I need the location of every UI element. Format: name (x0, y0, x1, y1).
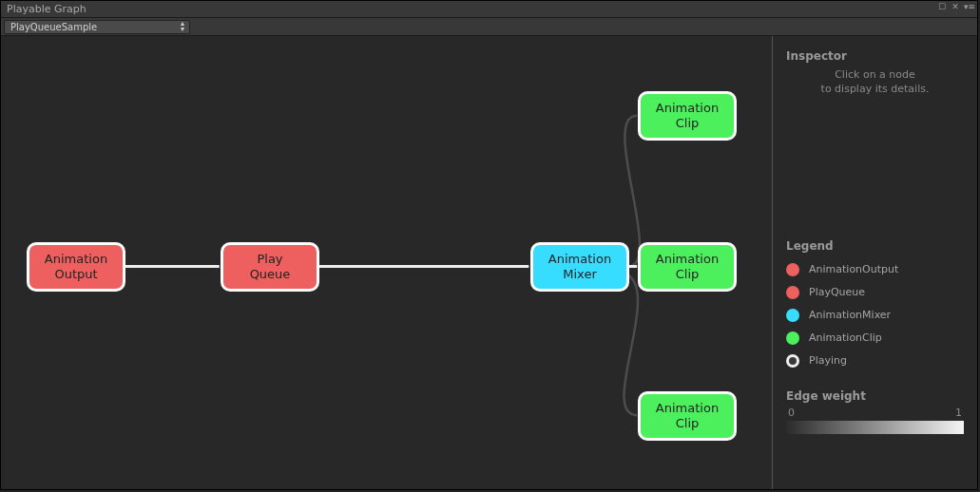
window-titlebar[interactable]: Playable Graph ☐ ✕ ▾≡ (1, 1, 977, 18)
edge-weight-heading: Edge weight (786, 389, 964, 403)
legend-label: Playing (809, 354, 847, 367)
playable-graph-window: Playable Graph ☐ ✕ ▾≡ PlayQueueSample ▴▾ (0, 0, 978, 490)
window-menu-icon[interactable]: ▾≡ (964, 3, 973, 11)
node-animation-mixer[interactable]: Animation Mixer (530, 242, 629, 292)
node-animation-clip-2[interactable]: Animation Clip (638, 242, 737, 292)
legend-label: AnimationOutput (809, 263, 898, 275)
legend-item-animation-output: AnimationOutput (786, 258, 964, 281)
dropdown-arrows-icon: ▴▾ (181, 21, 183, 32)
legend-label: PlayQueue (809, 286, 865, 298)
edge-weight-scale: 0 1 (786, 407, 964, 419)
legend-swatch-icon (786, 309, 799, 322)
node-label: Animation Clip (656, 401, 719, 430)
node-animation-output[interactable]: Animation Output (27, 242, 125, 292)
graph-selector-value: PlayQueueSample (10, 22, 97, 32)
edge-weight-max: 1 (955, 407, 962, 419)
inspector-hint: Click on a node to display its details. (786, 68, 964, 97)
content-area: Animation Output Play Queue Animation Mi… (1, 36, 977, 489)
node-label: Animation Clip (656, 252, 719, 281)
legend-swatch-icon (786, 354, 799, 368)
legend-label: AnimationMixer (809, 309, 891, 321)
window-maximize-icon[interactable]: ☐ (937, 3, 947, 11)
sidebar: Inspector Click on a node to display its… (772, 36, 977, 489)
legend-item-animation-mixer: AnimationMixer (786, 304, 964, 327)
node-label: Animation Output (45, 252, 107, 281)
legend-item-play-queue: PlayQueue (786, 281, 964, 304)
window-close-icon[interactable]: ✕ (951, 3, 960, 11)
node-play-queue[interactable]: Play Queue (221, 242, 319, 292)
edge-weight-gradient (786, 421, 964, 434)
legend-swatch-icon (786, 331, 799, 345)
node-label: Animation Mixer (548, 252, 611, 281)
graph-selector-dropdown[interactable]: PlayQueueSample ▴▾ (4, 20, 190, 34)
node-label: Play Queue (250, 252, 291, 281)
legend-heading: Legend (786, 239, 964, 253)
node-animation-clip-3[interactable]: Animation Clip (638, 391, 737, 441)
legend-label: AnimationClip (809, 331, 882, 344)
window-title: Playable Graph (7, 3, 86, 15)
legend-item-playing: Playing (786, 350, 964, 372)
toolbar: PlayQueueSample ▴▾ (1, 18, 977, 36)
edge-weight-min: 0 (788, 407, 795, 419)
inspector-heading: Inspector (786, 49, 964, 63)
window-gadgets: ☐ ✕ ▾≡ (937, 3, 973, 11)
node-animation-clip-1[interactable]: Animation Clip (638, 91, 737, 141)
legend-swatch-icon (786, 286, 799, 299)
node-label: Animation Clip (656, 101, 719, 130)
graph-canvas[interactable]: Animation Output Play Queue Animation Mi… (1, 36, 771, 489)
legend-item-animation-clip: AnimationClip (786, 327, 964, 350)
legend-swatch-icon (786, 263, 799, 276)
legend-list: AnimationOutput PlayQueue AnimationMixer… (786, 258, 964, 372)
